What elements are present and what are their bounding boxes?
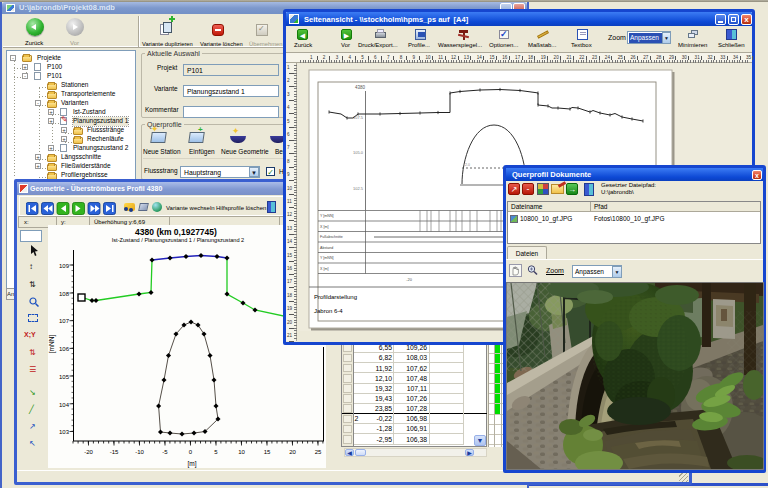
svg-text:Y [mNN]: Y [mNN] <box>320 214 334 218</box>
svg-text:X [m]: X [m] <box>320 267 328 271</box>
svg-text:102.5: 102.5 <box>353 186 364 191</box>
svg-text:Y [mNN]: Y [mNN] <box>320 256 334 260</box>
svg-text:105.0: 105.0 <box>353 150 364 155</box>
svg-text:107.5: 107.5 <box>353 115 364 120</box>
svg-text:Abstand: Abstand <box>320 246 333 250</box>
svg-text:[mNN]: [mNN] <box>48 335 56 354</box>
svg-text:Jabron 6-4: Jabron 6-4 <box>314 308 343 314</box>
svg-text:-20: -20 <box>406 277 413 282</box>
svg-text:4380: 4380 <box>355 85 366 90</box>
svg-text:109: 109 <box>59 263 70 269</box>
svg-text:-10: -10 <box>135 449 144 455</box>
svg-text:-20: -20 <box>84 449 93 455</box>
svg-text:10: 10 <box>238 449 245 455</box>
svg-text:Profildarstellung: Profildarstellung <box>314 294 357 300</box>
svg-text:105: 105 <box>59 374 70 380</box>
svg-text:15: 15 <box>264 449 271 455</box>
svg-text:108: 108 <box>59 291 70 297</box>
svg-text:Ist-Zustand / Planungszustand: Ist-Zustand / Planungszustand 1 / Planun… <box>112 237 244 243</box>
svg-text:106: 106 <box>59 346 70 352</box>
svg-text:2.0: 2.0 <box>465 163 470 167</box>
svg-text:25: 25 <box>315 449 322 455</box>
svg-text:X [m]: X [m] <box>320 225 328 229</box>
svg-text:[m]: [m] <box>187 460 196 468</box>
svg-text:Fußabschnitte: Fußabschnitte <box>320 235 343 239</box>
svg-text:20: 20 <box>289 449 296 455</box>
svg-text:104: 104 <box>59 402 70 408</box>
svg-text:4380 (km 0,1927745): 4380 (km 0,1927745) <box>135 227 217 237</box>
svg-text:107: 107 <box>59 318 70 324</box>
svg-text:-15: -15 <box>110 449 119 455</box>
svg-text:-5: -5 <box>162 449 168 455</box>
svg-text:103: 103 <box>59 429 70 435</box>
